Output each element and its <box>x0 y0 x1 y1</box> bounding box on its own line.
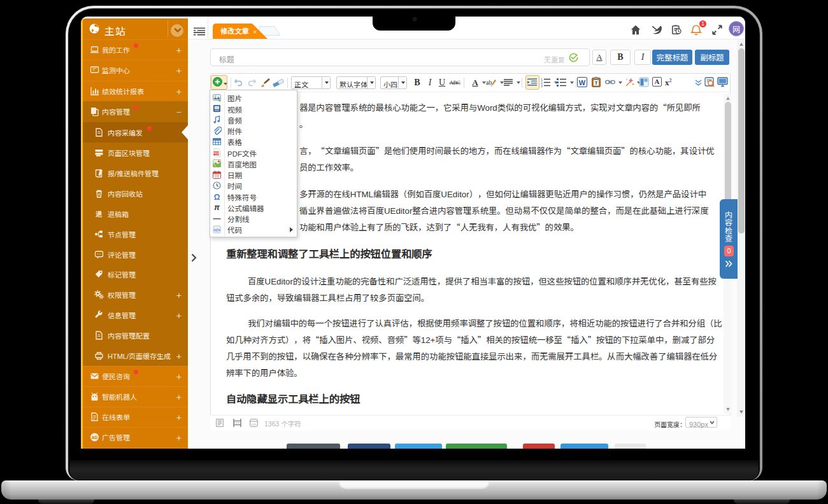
svg-text:3: 3 <box>541 83 543 87</box>
svg-text:PDF: PDF <box>213 151 220 156</box>
svg-text:退: 退 <box>96 209 103 218</box>
svg-text:Ω: Ω <box>214 192 220 201</box>
svg-text:ab: ab <box>486 79 492 86</box>
svg-text:T: T <box>595 79 598 86</box>
svg-text:修改文章: 修改文章 <box>220 25 249 36</box>
svg-text:AD: AD <box>92 434 98 440</box>
svg-text:</>: </> <box>251 421 257 427</box>
svg-text:×: × <box>253 26 257 36</box>
svg-text:</>: </> <box>213 226 220 232</box>
svg-text:π: π <box>214 203 220 212</box>
